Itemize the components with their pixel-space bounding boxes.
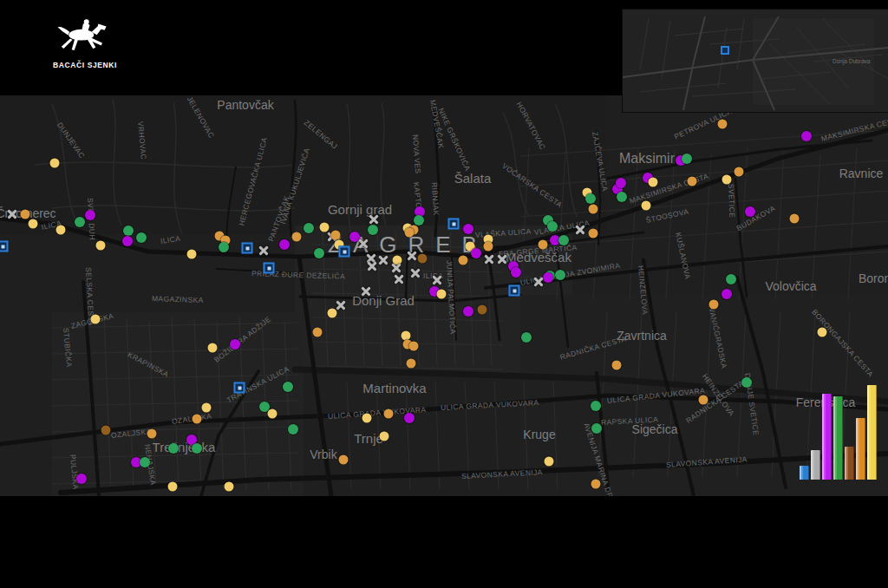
- bakery-marker-brown: [478, 305, 487, 315]
- gold-shop-marker-green: [136, 232, 147, 243]
- street-label: MAGAZINSKA: [152, 294, 204, 304]
- district-label: Maksimir: [619, 151, 675, 167]
- bakery-marker-orange: [459, 256, 468, 265]
- bakery-marker-orange: [21, 210, 30, 219]
- inset-district-label: Donja Dubrava: [832, 58, 870, 64]
- district-label: Trnje: [354, 431, 383, 446]
- gold-shop-marker-magenta: [722, 289, 732, 299]
- gold-shop-marker-green: [140, 457, 150, 467]
- closed-bookstore-marker: [378, 255, 389, 266]
- bakery-marker-orange: [405, 228, 415, 238]
- bakery-marker-orange: [193, 415, 202, 424]
- chart-bar-yellow: [867, 385, 877, 480]
- gold-shop-marker-green: [168, 443, 179, 454]
- closed-bookstore-marker: [258, 245, 270, 257]
- gold-shop-marker-green: [682, 154, 692, 164]
- wall-newspaper-box-marker: [339, 246, 350, 258]
- bakery-marker-orange: [688, 177, 697, 186]
- closed-bookstore-marker: [497, 254, 508, 265]
- gold-shop-marker-green: [555, 270, 565, 280]
- bakery-marker-yellow: [202, 403, 212, 413]
- bakery-marker-orange: [591, 480, 601, 489]
- bakery-marker-yellow: [320, 223, 330, 232]
- bakery-marker-yellow: [168, 482, 178, 492]
- district-label: Ravnice: [839, 167, 884, 180]
- bakery-marker-brown: [418, 254, 428, 264]
- gold-shop-marker-magenta: [616, 178, 626, 188]
- bakery-marker-orange: [147, 429, 157, 439]
- gold-shop-marker-green: [726, 274, 736, 284]
- wall-newspaper-box-marker: [264, 263, 275, 274]
- wall-newspaper-box-marker: [509, 285, 520, 297]
- gold-shop-marker-magenta: [463, 306, 473, 317]
- bakery-marker-yellow: [649, 178, 658, 187]
- bakery-marker-orange: [339, 455, 349, 465]
- gold-shop-marker-magenta: [279, 239, 290, 250]
- closed-bookstore-marker: [361, 286, 372, 297]
- closed-bookstore-marker: [407, 251, 418, 262]
- district-label: Kruge: [523, 428, 555, 441]
- bakery-marker-yellow: [96, 241, 106, 251]
- inset-wall-newspaper-box-marker: [721, 46, 729, 55]
- chart-bar-orange: [856, 418, 865, 480]
- gold-shop-marker-green: [547, 221, 558, 232]
- bakery-marker-yellow: [380, 432, 389, 441]
- bakery-marker-yellow: [56, 225, 66, 235]
- gold-shop-marker-green: [591, 401, 601, 411]
- street-label: RIBNJAK: [430, 182, 441, 216]
- chart-bar-gray: [811, 450, 820, 480]
- gold-shop-marker-magenta: [85, 210, 95, 220]
- bakery-marker-yellow: [642, 201, 651, 211]
- closed-bookstore-marker: [575, 225, 586, 236]
- gold-shop-marker-green: [304, 223, 314, 233]
- bakery-marker-yellow: [328, 309, 337, 318]
- bakery-marker-orange: [699, 395, 708, 405]
- bakery-marker-yellow: [437, 290, 447, 299]
- closed-bookstore-marker: [410, 268, 421, 279]
- district-label: Trešnjevka: [153, 440, 216, 454]
- gold-shop-marker-green: [123, 225, 134, 236]
- wall-newspaper-box-marker: [448, 219, 460, 230]
- poster: BACAČI SJENKI: [0, 0, 888, 588]
- bakery-marker-orange: [384, 409, 394, 419]
- bakery-marker-orange: [790, 214, 800, 224]
- bakery-marker-yellow: [818, 328, 827, 337]
- bakery-marker-yellow: [722, 175, 732, 185]
- gold-shop-marker-magenta: [463, 224, 473, 234]
- gold-shop-marker-green: [219, 242, 229, 252]
- district-label: Volovčica: [765, 279, 816, 293]
- wall-newspaper-box-marker: [242, 243, 253, 254]
- wall-newspaper-box-marker: [0, 241, 9, 252]
- district-label: Pantovčak: [217, 98, 273, 112]
- bakery-marker-orange: [313, 328, 323, 337]
- gold-shop-marker-green: [75, 217, 85, 227]
- bakery-marker-orange: [589, 205, 598, 214]
- gold-shop-marker-green: [585, 193, 596, 204]
- closed-bookstore-marker: [367, 261, 378, 272]
- district-label: Martinovka: [362, 381, 426, 395]
- closed-bookstore-marker: [369, 214, 380, 225]
- closed-bookstore-marker: [533, 277, 545, 288]
- district-label: Gornji grad: [328, 202, 392, 217]
- legend-band: lanci pekarnica lanci otkupljivaonica zl…: [0, 496, 888, 588]
- bakery-marker-orange: [484, 242, 493, 252]
- bakery-marker-orange: [407, 359, 416, 369]
- gold-shop-marker-green: [558, 235, 569, 245]
- map-canvas: ZAGREBPantovčakGornji gradŠalataDonji Gr…: [0, 95, 888, 496]
- gold-shop-marker-magenta: [543, 272, 553, 283]
- closed-bookstore-marker: [7, 209, 18, 220]
- gold-shop-marker-green: [314, 248, 324, 258]
- district-label: Šalata: [454, 171, 492, 186]
- district-label: Borongaj: [859, 271, 888, 285]
- bakery-marker-orange: [612, 361, 622, 370]
- gold-shop-marker-green: [591, 423, 602, 434]
- closed-bookstore-marker: [391, 263, 402, 274]
- wall-newspaper-box-marker: [234, 382, 245, 394]
- bakery-marker-orange: [718, 120, 728, 129]
- bakery-marker-yellow: [91, 315, 101, 324]
- bakery-marker-yellow: [208, 343, 218, 353]
- gold-shop-marker-green: [521, 332, 532, 343]
- bakery-marker-yellow: [187, 250, 197, 259]
- gold-shop-marker-magenta: [801, 131, 812, 141]
- inset-map: Donja Dubrava: [622, 9, 888, 113]
